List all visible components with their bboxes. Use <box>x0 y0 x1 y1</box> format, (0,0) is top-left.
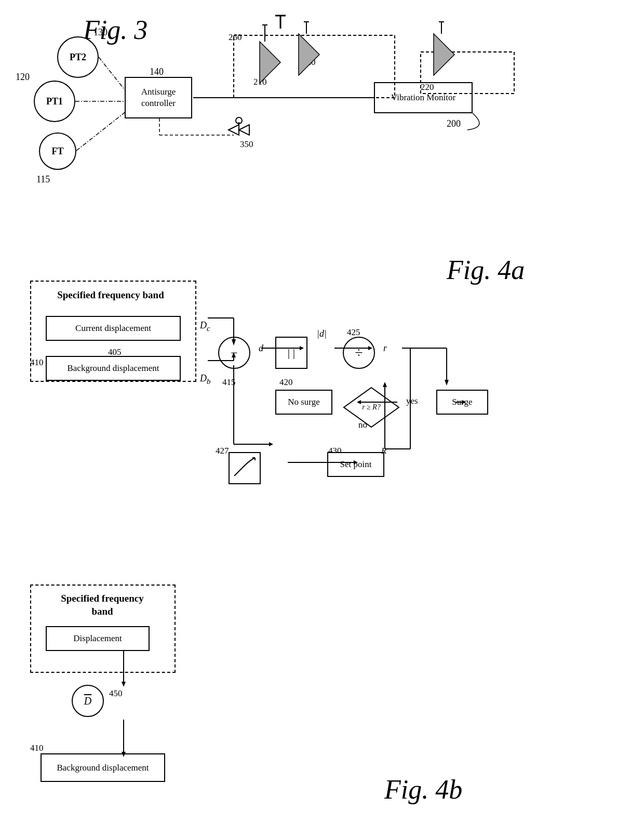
svg-marker-19 <box>229 125 239 135</box>
func-box <box>229 452 261 484</box>
svg-marker-40 <box>445 380 449 386</box>
label-420: 420 <box>279 377 293 388</box>
vibmon-number-label: 200 <box>447 118 461 129</box>
fig4a-title: Fig. 4a <box>447 255 525 285</box>
subtract-circle: − <box>218 337 250 369</box>
no-surge-box: No surge <box>275 390 332 415</box>
dc-label: Dc <box>200 320 210 333</box>
yes-label: yes <box>406 396 418 406</box>
bg-disp-405-label: 405 <box>108 347 122 357</box>
svg-line-13 <box>99 57 126 91</box>
label-425: 425 <box>347 327 360 338</box>
comp-220b-label: 220 <box>421 82 434 92</box>
abs-box: | | <box>275 337 307 369</box>
label-410-4b: 410 <box>30 743 44 753</box>
svg-text:r ≥ R?: r ≥ R? <box>362 403 381 411</box>
bg-disp-box-4a: Background displacement <box>46 356 181 381</box>
ft-number-label: 115 <box>36 174 50 185</box>
label-415: 415 <box>222 377 236 388</box>
no-label: no <box>358 420 367 430</box>
dbar-circle: D <box>72 685 104 717</box>
divide-circle: ÷ <box>343 337 375 369</box>
pt2-number-label: 130 <box>93 27 108 38</box>
diamond-box: r ≥ R? <box>343 387 400 428</box>
valve-350-label: 350 <box>240 139 253 150</box>
db-label: Db <box>200 373 211 386</box>
label-450: 450 <box>109 688 123 699</box>
spec-freq-label-4a: Specified frequency band <box>46 289 176 302</box>
svg-marker-56 <box>122 682 126 687</box>
r-label-4a: r <box>383 343 387 354</box>
pt1-number-label: 120 <box>16 72 30 83</box>
antisurge-box: Antisurgecontroller <box>125 77 192 118</box>
abs-d-label: |d| <box>317 328 327 339</box>
pt1-circle: PT1 <box>34 81 75 122</box>
antisurge-number-label: 140 <box>150 67 164 77</box>
svg-marker-4 <box>434 34 454 75</box>
svg-marker-20 <box>239 125 249 135</box>
spec-freq-label-4b: Specified frequencyband <box>43 592 162 618</box>
fig4b-title: Fig. 4b <box>384 774 462 805</box>
bg-disp-box-4b: Background displacement <box>41 753 165 782</box>
comp-260-label: 260 <box>229 32 242 43</box>
pt2-circle: PT2 <box>57 36 99 78</box>
svg-marker-3 <box>299 34 319 75</box>
comp-220a-label: 220 <box>302 57 316 68</box>
ft-circle: FT <box>39 132 76 170</box>
svg-line-15 <box>76 112 126 151</box>
d-label: d <box>259 343 263 354</box>
bg-disp-410-label: 410 <box>30 357 44 368</box>
fig3-title: Fig. 3 <box>83 15 147 45</box>
label-427: 427 <box>216 446 229 456</box>
curr-disp-box: Current displacement <box>46 316 181 341</box>
svg-point-22 <box>236 117 242 124</box>
svg-marker-47 <box>269 442 273 446</box>
comp-210-label: 210 <box>253 77 267 87</box>
surge-box: Surge <box>436 390 488 415</box>
setpoint-box: Set point <box>327 452 384 477</box>
r-setpoint-label: R <box>381 446 386 456</box>
displacement-box: Displacement <box>46 626 150 651</box>
